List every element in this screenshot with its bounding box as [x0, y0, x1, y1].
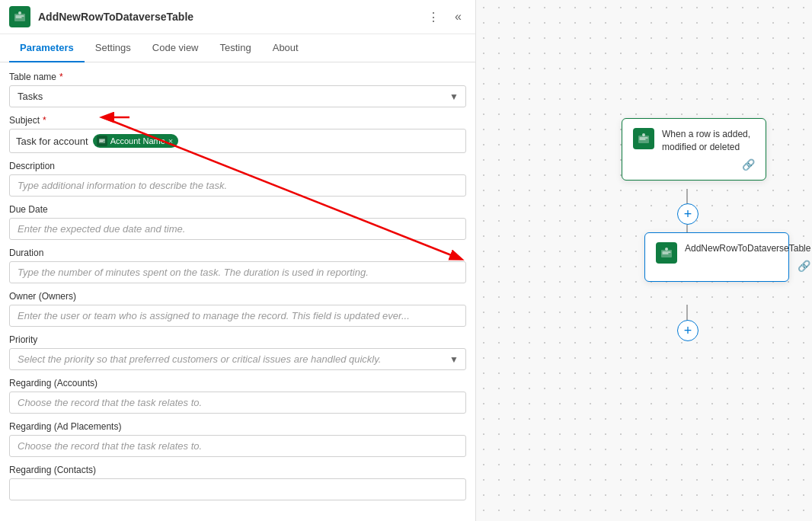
action-node-icon [656, 242, 677, 264]
required-indicator-subject: * [43, 115, 46, 126]
field-label-description: Description [9, 161, 466, 171]
field-subject: Subject * Task for account Account Name … [9, 115, 466, 153]
token-icon [97, 136, 107, 146]
canvas-panel: When a row is added, modified or deleted… [476, 0, 812, 521]
svg-rect-2 [99, 139, 105, 143]
regarding-accounts-input[interactable] [9, 392, 466, 414]
add-step-button-top[interactable]: + [677, 203, 699, 225]
tab-bar: Parameters Settings Code view Testing Ab… [0, 34, 475, 62]
owner-input[interactable] [9, 305, 466, 327]
table-name-select[interactable]: Tasks [9, 85, 466, 107]
action-link-icon: 🔗 [798, 260, 810, 272]
table-name-select-wrapper: Tasks ▼ [9, 85, 466, 107]
token-label: Account Name [110, 136, 165, 145]
svg-point-1 [18, 11, 21, 14]
field-label-owner: Owner (Owners) [9, 291, 466, 302]
connector-line-1 [686, 189, 688, 204]
field-duration: Duration [9, 248, 466, 283]
field-owner: Owner (Owners) [9, 291, 466, 327]
subject-prefix-text: Task for account [16, 136, 88, 147]
required-indicator-table-name: * [59, 72, 63, 82]
field-priority: Priority Select the priority so that pre… [9, 334, 466, 370]
token-close-button[interactable]: × [168, 136, 173, 145]
field-table-name: Table name * Tasks ▼ [9, 72, 466, 107]
panel-content: Table name * Tasks ▼ Subject * Task for … [0, 62, 475, 521]
connector-line-3 [686, 305, 688, 321]
duration-input[interactable] [9, 261, 466, 283]
tab-testing[interactable]: Testing [209, 34, 262, 62]
collapse-button[interactable]: « [450, 8, 466, 26]
action-node-footer: 🔗 [685, 255, 810, 272]
trigger-link-icon: 🔗 [742, 158, 755, 171]
field-regarding-ad-placements: Regarding (Ad Placements) [9, 421, 466, 457]
description-input[interactable] [9, 174, 466, 197]
trigger-node-icon [633, 128, 654, 149]
due-date-input[interactable] [9, 218, 466, 240]
tab-parameters[interactable]: Parameters [9, 34, 85, 62]
field-regarding-accounts: Regarding (Accounts) [9, 378, 466, 414]
tab-about[interactable]: About [262, 34, 309, 62]
panel-header: AddNewRowToDataverseTable ⋮ « [0, 0, 475, 34]
field-label-regarding-contacts: Regarding (Contacts) [9, 465, 466, 475]
regarding-contacts-input[interactable] [9, 478, 466, 500]
field-description: Description [9, 161, 466, 197]
regarding-ad-placements-input[interactable] [9, 435, 466, 457]
field-label-regarding-ad-placements: Regarding (Ad Placements) [9, 421, 466, 432]
tab-settings[interactable]: Settings [85, 34, 142, 62]
panel-title: AddNewRowToDataverseTable [38, 11, 415, 23]
header-actions: ⋮ « [423, 8, 466, 26]
priority-select-wrapper: Select the priority so that preferred cu… [9, 348, 466, 370]
left-panel: AddNewRowToDataverseTable ⋮ « Parameters… [0, 0, 476, 521]
field-label-duration: Duration [9, 248, 466, 258]
field-label-due-date: Due Date [9, 204, 466, 215]
priority-select[interactable]: Select the priority so that preferred cu… [9, 348, 466, 370]
action-node-text: AddNewRowToDataverseTable [685, 242, 810, 255]
more-options-button[interactable]: ⋮ [423, 8, 444, 26]
trigger-node[interactable]: When a row is added, modified or deleted… [622, 118, 766, 181]
tab-code-view[interactable]: Code view [142, 34, 209, 62]
field-label-table-name: Table name * [9, 72, 466, 82]
field-regarding-contacts: Regarding (Contacts) [9, 465, 466, 500]
field-label-priority: Priority [9, 334, 466, 345]
subject-input[interactable]: Task for account Account Name × [9, 129, 466, 153]
field-due-date: Due Date [9, 204, 466, 240]
action-node[interactable]: AddNewRowToDataverseTable 🔗 [644, 232, 789, 282]
svg-point-9 [665, 248, 668, 251]
trigger-node-text: When a row is added, modified or deleted [662, 128, 755, 154]
svg-point-7 [642, 133, 645, 136]
field-label-regarding-accounts: Regarding (Accounts) [9, 378, 466, 388]
add-step-button-bottom[interactable]: + [677, 320, 699, 341]
app-icon [9, 6, 30, 27]
account-name-token[interactable]: Account Name × [93, 134, 179, 148]
trigger-node-footer: 🔗 [662, 154, 755, 171]
field-label-subject: Subject * [9, 115, 466, 126]
